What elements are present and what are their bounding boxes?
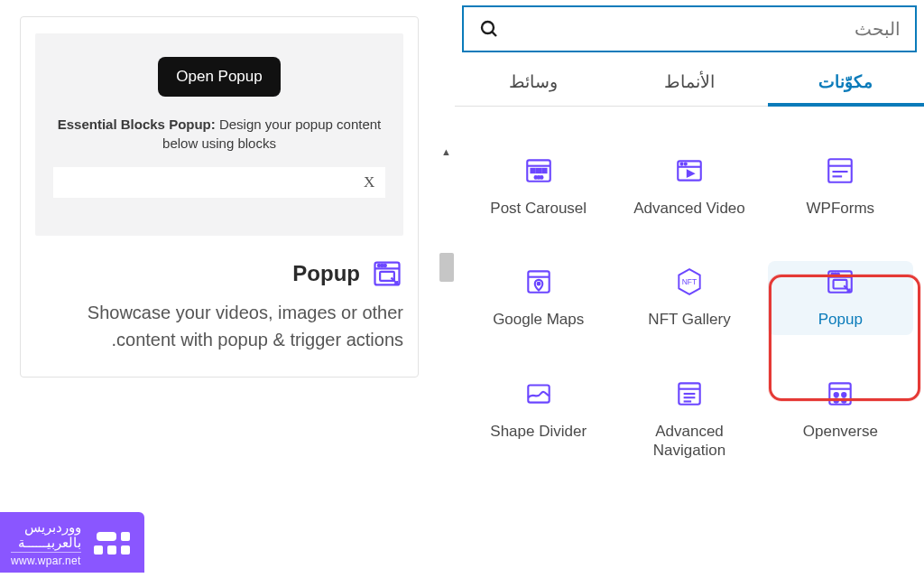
video-icon [674,155,705,186]
block-popup[interactable]: Popup [768,261,913,334]
tab-patterns[interactable]: الأنماط [611,58,767,106]
navigation-icon [674,378,705,409]
tab-media[interactable]: وسائط [455,58,611,106]
block-label: Post Carousel [490,199,587,218]
block-label: NFT Gallery [648,310,730,329]
nft-icon: NFT [674,266,705,297]
wpforms-icon [825,155,855,186]
preview-card: Open Popup Essential Blocks Popup: Desig… [20,16,419,378]
svg-point-23 [837,274,839,275]
block-info-summary: Showcase your videos, images or other co… [35,299,403,353]
block-label: Openverse [803,422,878,441]
block-label: Google Maps [493,310,584,329]
svg-rect-13 [531,169,534,172]
svg-point-10 [685,163,687,165]
brand-line2: بالعربيــــــة [11,535,81,550]
svg-point-34 [835,398,838,402]
close-icon[interactable]: X [364,173,374,191]
carousel-icon [523,155,554,186]
svg-point-21 [832,274,834,275]
block-preview-panel: Open Popup Essential Blocks Popup: Desig… [0,0,439,578]
shape-divider-icon [523,378,554,409]
open-popup-button[interactable]: Open Popup [158,57,280,97]
svg-point-33 [842,392,845,396]
brand-badge: ووردبريس بالعربيــــــة www.wpar.net [0,512,144,573]
popup-preview: Open Popup Essential Blocks Popup: Desig… [35,33,403,236]
popup-icon [825,266,855,297]
svg-rect-15 [542,169,546,172]
inserter-tabs: مكوّنات الأنماط وسائط [455,58,924,107]
svg-point-44 [378,265,380,266]
search-input[interactable] [509,19,901,40]
svg-marker-8 [688,171,693,176]
svg-point-45 [381,265,383,266]
blocks-grid: WPForms Advanced Video [466,150,913,465]
svg-point-9 [680,163,682,165]
svg-text:NFT: NFT [682,277,698,286]
brand-line1: ووردبريس [11,519,81,535]
block-info-title: Popup [292,261,360,286]
svg-point-35 [842,398,845,402]
block-openverse[interactable]: Openverse [768,373,913,466]
panel-scrollbar[interactable]: ▲ [439,0,455,578]
block-label: Advanced Video [633,199,745,218]
search-box[interactable] [462,5,917,52]
svg-point-29 [537,283,540,285]
block-advanced-navigation[interactable]: Advanced Navigation [616,373,762,466]
block-advanced-video[interactable]: Advanced Video [616,150,762,223]
tab-blocks[interactable]: مكوّنات [768,58,924,106]
block-label: Popup [818,310,863,329]
block-nft-gallery[interactable]: NFT NFT Gallery [616,261,762,334]
block-post-carousel[interactable]: Post Carousel [466,150,611,223]
openverse-icon [825,378,855,409]
map-pin-icon [523,266,554,297]
svg-point-46 [384,265,386,266]
svg-point-22 [835,274,836,275]
block-google-maps[interactable]: Google Maps [466,261,611,334]
block-wpforms[interactable]: WPForms [768,150,913,223]
block-label: WPForms [807,199,875,218]
svg-line-1 [492,32,496,36]
svg-point-18 [541,176,543,179]
svg-point-0 [482,22,494,33]
popup-content-placeholder[interactable]: X [53,167,386,198]
preview-description: Essential Blocks Popup: Design your popu… [46,115,393,153]
block-shape-divider[interactable]: Shape Divider [466,373,611,466]
block-label: Advanced Navigation [618,422,760,461]
scroll-up-icon[interactable]: ▲ [441,146,451,157]
svg-rect-30 [830,383,851,404]
svg-rect-14 [537,169,541,172]
brand-url: www.wpar.net [11,552,81,567]
popup-icon [371,257,403,290]
block-label: Shape Divider [490,422,587,441]
scroll-thumb[interactable] [439,253,454,282]
brand-logo-icon [94,532,130,555]
block-inserter-panel: مكوّنات الأنماط وسائط WPForms [455,0,924,578]
search-icon [478,18,500,40]
svg-point-32 [835,392,838,396]
